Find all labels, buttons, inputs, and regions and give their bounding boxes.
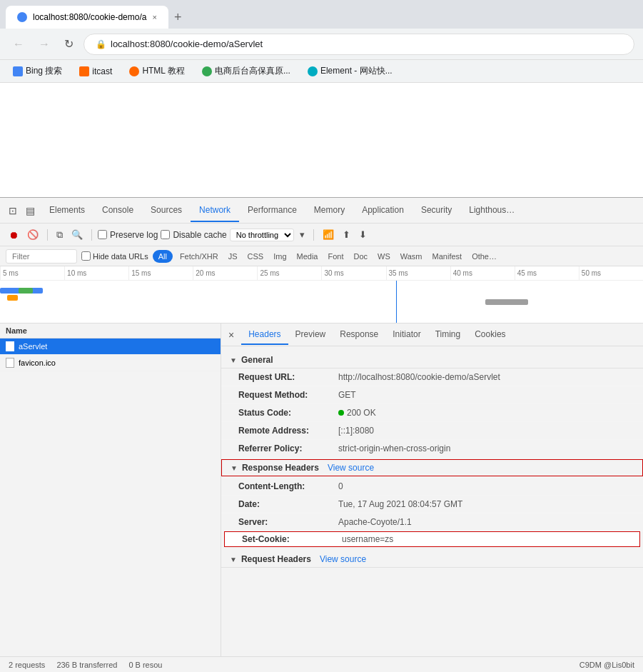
status-code-value: 200 OK — [338, 406, 376, 419]
tab-bar: localhost:8080/cookie-demo/a × + — [0, 0, 643, 29]
detail-tab-response[interactable]: Response — [333, 325, 385, 345]
referrer-policy-value: strict-origin-when-cross-origin — [338, 442, 450, 455]
detail-tab-headers[interactable]: Headers — [241, 325, 288, 345]
bookmark-itcast[interactable]: itcast — [75, 65, 116, 78]
html-icon — [129, 66, 139, 76]
preserve-log-checkbox[interactable] — [98, 230, 107, 239]
requests-panel: Name aServlet favicon.ico — [0, 324, 221, 656]
tick-40ms: 40 ms — [450, 266, 515, 280]
forward-btn[interactable]: → — [34, 36, 54, 52]
detail-tab-timing[interactable]: Timing — [428, 325, 468, 345]
filter-doc[interactable]: Doc — [350, 251, 370, 261]
response-headers-section-title[interactable]: ▼ Response Headers View source — [221, 459, 643, 476]
disable-cache-text: Disable cache — [173, 230, 226, 240]
disable-cache-label[interactable]: Disable cache — [161, 230, 226, 240]
detail-tab-initiator[interactable]: Initiator — [385, 325, 427, 345]
filter-css[interactable]: CSS — [245, 251, 267, 261]
filter-img[interactable]: Img — [270, 251, 289, 261]
bing-icon — [13, 66, 23, 76]
resources-size: 0 B resou — [128, 661, 162, 669]
tab-network[interactable]: Network — [191, 199, 239, 222]
headers-content: ▼ General Request URL: http://localhost:… — [221, 346, 643, 656]
request-item-aservlet[interactable]: aServlet — [0, 338, 221, 355]
tick-25ms: 25 ms — [257, 266, 321, 280]
detail-close-btn[interactable]: × — [227, 328, 236, 342]
address-bar: ← → ↻ 🔒 localhost:8080/cookie-demo/aServ… — [0, 29, 643, 60]
hide-data-urls-label[interactable]: Hide data URLs — [81, 251, 148, 261]
general-arrow: ▼ — [230, 356, 237, 364]
detail-tab-preview[interactable]: Preview — [288, 325, 333, 345]
devtools-dock-btn[interactable]: ⊡ — [6, 202, 20, 219]
tab-elements[interactable]: Elements — [41, 199, 93, 222]
filter-other[interactable]: Othe… — [469, 251, 500, 261]
filter-ws[interactable]: WS — [375, 251, 393, 261]
request-url-row: Request URL: http://localhost:8080/cooki… — [221, 368, 643, 386]
filter-js[interactable]: JS — [226, 251, 241, 261]
active-tab[interactable]: localhost:8080/cookie-demo/a × — [6, 6, 168, 29]
disable-cache-checkbox[interactable] — [161, 230, 170, 239]
main-split: Name aServlet favicon.ico × — [0, 324, 643, 656]
back-btn[interactable]: ← — [9, 36, 29, 52]
response-headers-view-source[interactable]: View source — [328, 463, 374, 473]
filter-fetch-xhr[interactable]: Fetch/XHR — [177, 251, 221, 261]
request-item-favicon[interactable]: favicon.ico — [0, 355, 221, 371]
wifi-icon[interactable]: 📶 — [320, 228, 337, 241]
reload-btn[interactable]: ↻ — [60, 36, 78, 52]
response-headers-arrow: ▼ — [231, 464, 238, 472]
tab-console[interactable]: Console — [93, 199, 142, 222]
import-btn[interactable]: ⬆ — [340, 228, 353, 241]
preserve-log-text: Preserve log — [110, 230, 158, 240]
details-panel: × Headers Preview Response Initiator Tim… — [221, 324, 643, 656]
name-column-header: Name — [6, 326, 27, 335]
url-bar[interactable]: 🔒 localhost:8080/cookie-demo/aServlet — [83, 34, 634, 55]
separator1 — [47, 229, 48, 241]
hide-data-urls-checkbox[interactable] — [81, 251, 91, 261]
tab-title: localhost:8080/cookie-demo/a — [33, 12, 146, 22]
tab-sources[interactable]: Sources — [142, 199, 191, 222]
date-row: Date: Tue, 17 Aug 2021 08:04:57 GMT — [221, 496, 643, 513]
timeline-vline-blue — [396, 281, 397, 324]
tab-memory[interactable]: Memory — [305, 199, 353, 222]
filter-all-btn[interactable]: All — [153, 250, 173, 263]
record-btn[interactable]: ⏺ — [6, 228, 21, 242]
referrer-policy-row: Referrer Policy: strict-origin-when-cros… — [221, 440, 643, 458]
bookmark-bing[interactable]: Bing 搜索 — [9, 64, 66, 79]
devtools-more-btn[interactable]: ▤ — [23, 202, 38, 219]
set-cookie-value: username=zs — [342, 534, 393, 544]
filter-btn[interactable]: ⧉ — [54, 228, 66, 242]
tab-application[interactable]: Application — [353, 199, 412, 222]
export-btn[interactable]: ⬇ — [356, 228, 370, 241]
tick-5ms: 5 ms — [0, 266, 64, 280]
tab-performance[interactable]: Performance — [239, 199, 305, 222]
throttle-arrow[interactable]: ▾ — [297, 228, 308, 241]
filter-manifest[interactable]: Manifest — [430, 251, 465, 261]
tab-security[interactable]: Security — [412, 199, 460, 222]
bookmark-html[interactable]: HTML 教程 — [125, 64, 189, 79]
detail-tab-cookies[interactable]: Cookies — [467, 325, 512, 345]
clear-btn[interactable]: 🚫 — [24, 228, 41, 241]
tick-30ms: 30 ms — [321, 266, 385, 280]
remote-address-label: Remote Address: — [238, 424, 338, 437]
requests-header: Name — [0, 324, 221, 338]
filter-input[interactable] — [6, 249, 77, 264]
bookmark-html-label: HTML 教程 — [142, 65, 185, 77]
new-tab-btn[interactable]: + — [174, 11, 182, 24]
requests-list: aServlet favicon.ico — [0, 338, 221, 656]
filter-font[interactable]: Font — [325, 251, 346, 261]
preserve-log-label[interactable]: Preserve log — [98, 230, 158, 240]
request-headers-view-source[interactable]: View source — [320, 554, 366, 564]
general-section-title[interactable]: ▼ General — [221, 352, 643, 368]
tab-favicon — [17, 12, 27, 22]
search-btn[interactable]: 🔍 — [69, 228, 86, 241]
request-headers-section-title[interactable]: ▼ Request Headers View source — [221, 551, 643, 568]
timeline-bar-green — [19, 288, 33, 294]
tab-close-btn[interactable]: × — [152, 13, 156, 21]
filter-wasm[interactable]: Wasm — [398, 251, 425, 261]
throttling-select[interactable]: No throttling — [230, 229, 294, 241]
requests-count: 2 requests — [9, 661, 45, 669]
filter-media[interactable]: Media — [294, 251, 321, 261]
response-headers-title-text: Response Headers — [242, 463, 319, 473]
bookmark-ecommerce[interactable]: 电商后台高保真原... — [198, 64, 295, 79]
bookmark-element[interactable]: Element - 网站快... — [303, 64, 397, 79]
tab-lighthouse[interactable]: Lighthous… — [460, 199, 523, 222]
